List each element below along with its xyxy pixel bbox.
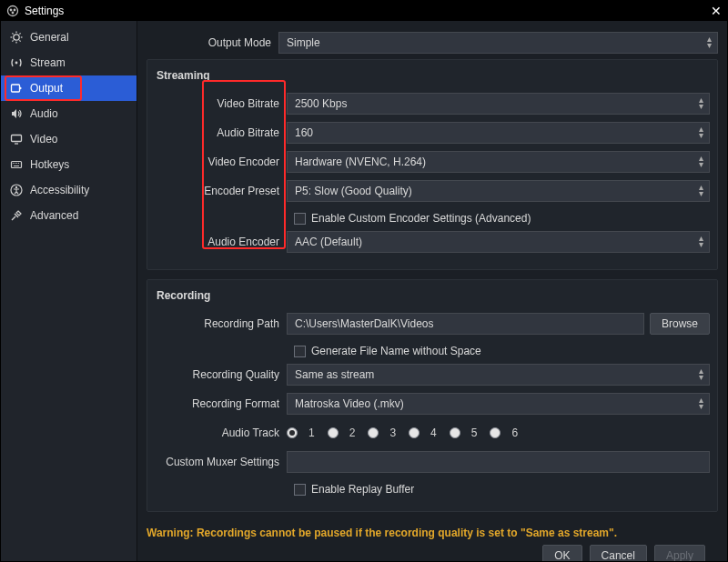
output-icon — [10, 82, 23, 95]
svg-rect-14 — [12, 85, 20, 92]
warning-text: Warning: Recordings cannot be paused if … — [147, 521, 718, 541]
svg-rect-22 — [14, 166, 19, 166]
encoder-preset-select[interactable]: P5: Slow (Good Quality)▴▾ — [287, 180, 710, 202]
antenna-icon — [10, 56, 23, 69]
output-mode-value: Simple — [287, 36, 320, 49]
audio-track-radio-6[interactable] — [490, 427, 500, 438]
sidebar-item-advanced[interactable]: Advanced — [1, 203, 136, 228]
audio-track-label-2: 2 — [349, 427, 356, 439]
streaming-section: Streaming Video Bitrate 2500 Kbps▴▾ Audi… — [147, 59, 718, 270]
audio-track-radio-1[interactable] — [287, 427, 298, 438]
chevron-updown-icon: ▴▾ — [699, 235, 703, 247]
svg-rect-19 — [15, 163, 15, 164]
chevron-updown-icon: ▴▾ — [699, 125, 703, 138]
recording-quality-label: Recording Quality — [155, 368, 287, 381]
audio-track-radio-5[interactable] — [450, 427, 460, 438]
audio-track-label: Audio Track — [155, 427, 287, 439]
sidebar-item-label: Video — [30, 133, 57, 146]
custom-encoder-checkbox[interactable] — [294, 213, 306, 225]
replay-buffer-checkbox[interactable] — [294, 484, 306, 496]
svg-rect-21 — [18, 163, 19, 164]
streaming-title: Streaming — [157, 69, 710, 82]
video-bitrate-input[interactable]: 2500 Kbps▴▾ — [287, 93, 710, 115]
recording-format-label: Recording Format — [155, 397, 287, 410]
sidebar-item-label: Output — [30, 82, 63, 95]
ok-button[interactable]: OK — [542, 545, 581, 561]
svg-line-9 — [12, 33, 13, 34]
video-encoder-value: Hardware (NVENC, H.264) — [295, 156, 426, 168]
speaker-icon — [10, 107, 23, 120]
svg-line-10 — [19, 40, 20, 41]
audio-bitrate-label: Audio Bitrate — [155, 126, 287, 139]
svg-line-12 — [19, 33, 20, 34]
sidebar-item-accessibility[interactable]: Accessibility — [1, 177, 136, 203]
output-mode-select[interactable]: Simple ▴▾ — [278, 32, 718, 54]
svg-point-0 — [8, 6, 18, 16]
recording-section: Recording Recording Path C:\Users\Master… — [147, 279, 718, 512]
sidebar-item-label: Audio — [30, 107, 58, 120]
muxer-input[interactable] — [287, 451, 710, 473]
muxer-label: Custom Muxer Settings — [155, 456, 287, 468]
sidebar: General Stream Output Audio Video Hotkey… — [1, 21, 137, 561]
recording-quality-value: Same as stream — [295, 368, 374, 381]
content-panel: Output Mode Simple ▴▾ Streaming Video Bi… — [137, 21, 727, 561]
audio-track-group: 1 2 3 4 5 6 — [287, 427, 710, 439]
audio-encoder-value: AAC (Default) — [295, 236, 362, 248]
video-encoder-select[interactable]: Hardware (NVENC, H.264)▴▾ — [287, 151, 710, 173]
browse-button[interactable]: Browse — [650, 313, 710, 335]
sidebar-item-general[interactable]: General — [1, 25, 136, 50]
encoder-preset-label: Encoder Preset — [155, 185, 287, 197]
svg-point-24 — [15, 186, 17, 188]
sidebar-item-output[interactable]: Output — [1, 75, 136, 101]
titlebar: Settings ✕ — [1, 1, 727, 21]
sidebar-item-video[interactable]: Video — [1, 126, 136, 152]
sidebar-item-label: Accessibility — [30, 184, 89, 196]
apply-button[interactable]: Apply — [654, 545, 705, 561]
sidebar-item-label: Advanced — [30, 209, 78, 222]
audio-encoder-label: Audio Encoder — [155, 236, 287, 248]
sidebar-item-audio[interactable]: Audio — [1, 101, 136, 126]
recording-format-value: Matroska Video (.mkv) — [295, 397, 404, 410]
svg-point-2 — [14, 9, 16, 12]
audio-track-radio-2[interactable] — [328, 427, 339, 438]
video-bitrate-value: 2500 Kbps — [295, 97, 347, 110]
recording-quality-select[interactable]: Same as stream▴▾ — [287, 364, 710, 386]
svg-line-11 — [12, 40, 13, 41]
recording-path-input[interactable]: C:\Users\MasterDalK\Videos — [287, 313, 644, 335]
close-icon[interactable]: ✕ — [711, 4, 722, 18]
generate-filename-label: Generate File Name without Space — [311, 345, 481, 357]
recording-format-select[interactable]: Matroska Video (.mkv)▴▾ — [287, 393, 710, 415]
tools-icon — [10, 209, 23, 222]
generate-filename-checkbox[interactable] — [294, 346, 306, 357]
video-bitrate-label: Video Bitrate — [155, 97, 287, 110]
audio-bitrate-select[interactable]: 160▴▾ — [287, 122, 710, 144]
audio-track-label-1: 1 — [308, 427, 315, 439]
audio-track-radio-3[interactable] — [368, 427, 379, 438]
svg-point-3 — [12, 12, 15, 15]
recording-path-value: C:\Users\MasterDalK\Videos — [295, 317, 434, 330]
chevron-updown-icon: ▴▾ — [707, 35, 712, 48]
output-mode-label: Output Mode — [147, 36, 278, 49]
chevron-updown-icon: ▴▾ — [699, 184, 703, 196]
svg-rect-20 — [16, 163, 17, 164]
sidebar-item-label: Stream — [30, 56, 66, 69]
accessibility-icon — [10, 184, 23, 196]
footer: OK Cancel Apply — [147, 541, 718, 561]
audio-encoder-select[interactable]: AAC (Default)▴▾ — [287, 231, 710, 253]
sidebar-item-hotkeys[interactable]: Hotkeys — [1, 152, 136, 177]
settings-window: Settings ✕ General Stream Output Audio — [0, 0, 728, 562]
audio-track-label-5: 5 — [471, 427, 478, 439]
audio-track-label-6: 6 — [511, 427, 518, 439]
custom-encoder-label: Enable Custom Encoder Settings (Advanced… — [311, 212, 531, 225]
recording-title: Recording — [157, 289, 710, 302]
recording-path-label: Recording Path — [155, 317, 287, 330]
chevron-updown-icon: ▴▾ — [699, 155, 703, 167]
video-encoder-label: Video Encoder — [155, 156, 287, 168]
output-mode-row: Output Mode Simple ▴▾ — [147, 30, 718, 55]
spinner-icon[interactable]: ▴▾ — [699, 96, 703, 109]
replay-buffer-label: Enable Replay Buffer — [311, 483, 414, 496]
cancel-button[interactable]: Cancel — [590, 545, 647, 561]
sidebar-item-stream[interactable]: Stream — [1, 50, 136, 75]
monitor-icon — [10, 133, 23, 146]
audio-track-radio-4[interactable] — [409, 427, 420, 438]
